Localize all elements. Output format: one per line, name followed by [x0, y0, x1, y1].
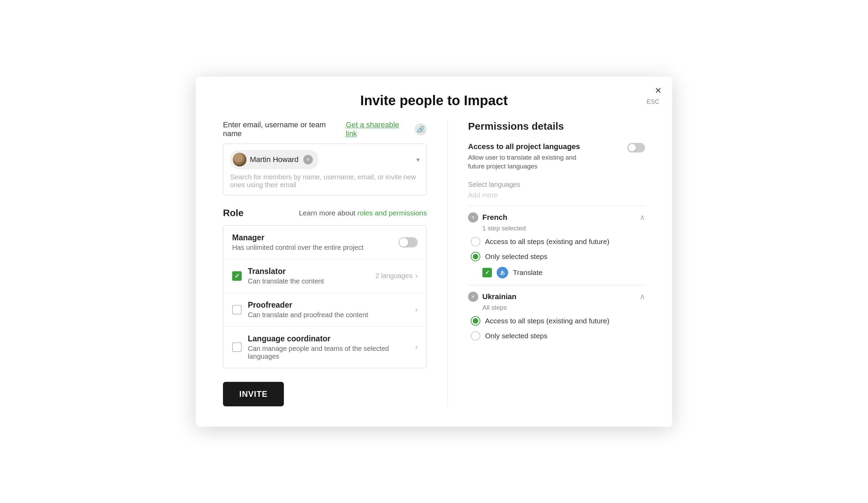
french-step-translate[interactable]: ✓ あ Translate	[482, 267, 645, 279]
role-info-manager: Manager Has unlimited control over the e…	[232, 233, 392, 251]
role-row-translator[interactable]: Translator Can translate the content 2 l…	[223, 259, 426, 293]
role-info-translator: Translator Can translate the content	[248, 267, 369, 285]
link-icon: 🔗	[415, 123, 427, 135]
ukrainian-radio-all-steps[interactable]	[471, 316, 480, 326]
french-option-selected-steps[interactable]: Only selected steps	[468, 252, 645, 261]
french-radio-all-steps[interactable]	[471, 237, 480, 247]
ukrainian-remove-button[interactable]: ×	[468, 292, 478, 302]
language-block-ukrainian: × Ukrainian ∧ All steps Access to all st…	[468, 292, 645, 340]
access-all-languages-toggle[interactable]	[627, 143, 645, 153]
french-title-row: × French	[468, 212, 507, 222]
translator-lang-count: 2 languages	[375, 272, 413, 280]
role-row-manager[interactable]: Manager Has unlimited control over the e…	[223, 226, 426, 259]
french-remove-button[interactable]: ×	[468, 212, 478, 222]
role-row-language-coordinator[interactable]: Language coordinator Can manage people a…	[223, 327, 426, 368]
search-placeholder: Search for members by name, username, em…	[230, 173, 420, 189]
translator-checkbox[interactable]	[232, 271, 242, 281]
role-label: Role	[223, 208, 244, 219]
remove-user-button[interactable]: ×	[303, 155, 313, 164]
divider-ukrainian	[468, 285, 645, 285]
french-translate-label: Translate	[513, 269, 542, 277]
french-radio-selected-steps-label: Only selected steps	[485, 252, 547, 261]
modal-title: Invite people to Impact	[196, 76, 672, 120]
ukrainian-sub: All steps	[482, 304, 645, 311]
role-desc-translator: Can translate the content	[248, 277, 369, 285]
selected-user-tag: Martin Howard ×	[230, 150, 318, 169]
ukrainian-name: Ukrainian	[482, 292, 516, 301]
shareable-link-label: Get a shareable link	[346, 120, 412, 138]
translator-chevron-icon[interactable]: ›	[415, 272, 418, 281]
modal-body: Enter email, username or team name Get a…	[196, 120, 672, 427]
divider-vertical	[447, 120, 448, 406]
permissions-title: Permissions details	[468, 120, 645, 132]
role-desc-proofreader: Can translate and proofread the content	[248, 311, 409, 319]
role-name-language-coordinator: Language coordinator	[248, 334, 409, 343]
role-options: Manager Has unlimited control over the e…	[223, 225, 427, 368]
field-label-row: Enter email, username or team name Get a…	[223, 120, 427, 138]
role-desc-manager: Has unlimited control over the entire pr…	[232, 244, 392, 251]
access-all-languages-name: Access to all project languages	[468, 142, 584, 151]
add-more-label[interactable]: Add more	[468, 191, 645, 199]
role-header: Role Learn more about roles and permissi…	[223, 208, 427, 219]
role-info-language-coordinator: Language coordinator Can manage people a…	[248, 334, 409, 360]
role-name-translator: Translator	[248, 267, 369, 276]
divider-languages	[468, 206, 645, 206]
ukrainian-header: × Ukrainian ∧	[468, 292, 645, 302]
french-header: × French ∧	[468, 212, 645, 222]
user-name: Martin Howard	[250, 155, 299, 164]
close-button[interactable]: ×	[655, 85, 661, 96]
roles-permissions-link[interactable]: roles and permissions	[358, 209, 427, 217]
role-name-manager: Manager	[232, 233, 392, 242]
french-option-all-steps[interactable]: Access to all steps (existing and future…	[468, 237, 645, 247]
proofreader-chevron-icon[interactable]: ›	[415, 305, 418, 314]
role-info-proofreader: Proofreader Can translate and proofread …	[248, 301, 409, 319]
ukrainian-option-all-steps[interactable]: Access to all steps (existing and future…	[468, 316, 645, 326]
right-panel: Permissions details Access to all projec…	[468, 120, 645, 406]
access-all-languages-desc: Allow user to translate all existing and…	[468, 153, 584, 171]
select-languages-label: Select languages	[468, 181, 645, 189]
french-name: French	[482, 213, 507, 222]
email-field-label: Enter email, username or team name	[223, 120, 346, 138]
french-sub: 1 step selected	[482, 224, 645, 232]
ukrainian-option-selected-steps[interactable]: Only selected steps	[468, 331, 645, 340]
proofreader-checkbox[interactable]	[232, 305, 242, 314]
svg-text:あ: あ	[500, 270, 505, 275]
french-radio-selected-steps[interactable]	[471, 252, 480, 261]
search-box[interactable]: Martin Howard × ▾ Search for members by …	[223, 144, 427, 195]
avatar	[233, 153, 246, 166]
shareable-link-button[interactable]: Get a shareable link 🔗	[346, 120, 427, 138]
left-panel: Enter email, username or team name Get a…	[223, 120, 427, 406]
language-coordinator-chevron-icon[interactable]: ›	[415, 343, 418, 352]
french-radio-all-steps-label: Access to all steps (existing and future…	[485, 238, 609, 246]
french-translate-checkbox[interactable]: ✓	[482, 268, 492, 277]
access-all-languages-section: Access to all project languages Allow us…	[468, 142, 645, 171]
ukrainian-title-row: × Ukrainian	[468, 292, 516, 302]
invite-modal: × ESC Invite people to Impact Enter emai…	[196, 76, 672, 427]
avatar-image	[233, 153, 246, 166]
ukrainian-collapse-icon[interactable]: ∧	[640, 292, 645, 301]
access-all-languages-row: Access to all project languages Allow us…	[468, 142, 645, 171]
ukrainian-radio-selected-steps-label: Only selected steps	[485, 332, 547, 340]
french-collapse-icon[interactable]: ∧	[640, 213, 645, 222]
role-learn-more: Learn more about roles and permissions	[299, 209, 427, 217]
language-block-french: × French ∧ 1 step selected Access to all…	[468, 212, 645, 279]
ukrainian-radio-selected-steps[interactable]	[471, 331, 480, 340]
invite-button[interactable]: INVITE	[223, 382, 284, 406]
access-all-languages-info: Access to all project languages Allow us…	[468, 142, 584, 171]
french-translate-icon: あ	[497, 267, 508, 279]
manager-toggle[interactable]	[399, 237, 418, 248]
dropdown-arrow-icon[interactable]: ▾	[416, 156, 420, 164]
role-desc-language-coordinator: Can manage people and teams of the selec…	[248, 345, 409, 360]
translator-meta: 2 languages ›	[375, 272, 418, 281]
role-name-proofreader: Proofreader	[248, 301, 409, 310]
close-esc-label: ESC	[647, 98, 659, 105]
ukrainian-radio-all-steps-label: Access to all steps (existing and future…	[485, 317, 609, 325]
language-coordinator-checkbox[interactable]	[232, 342, 242, 352]
role-row-proofreader[interactable]: Proofreader Can translate and proofread …	[223, 293, 426, 327]
